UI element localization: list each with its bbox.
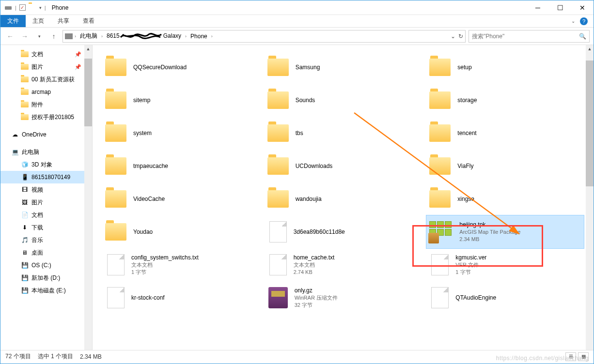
file-size: 32 字节 xyxy=(295,302,338,309)
tab-file[interactable]: 文件 xyxy=(0,15,26,27)
chevron-right-icon[interactable]: › xyxy=(185,34,187,39)
file-item[interactable]: tmpaeucache xyxy=(102,150,260,182)
file-item[interactable]: config_system_switchs.txt文本文档1 字节 xyxy=(102,248,260,281)
scrollbar-thumb[interactable] xyxy=(586,61,594,186)
sidebar-item[interactable]: 💾新加卷 (D:) xyxy=(0,272,92,284)
file-item[interactable]: QQSecureDownload xyxy=(102,51,260,84)
folder-icon xyxy=(21,76,29,83)
sidebar-item[interactable]: 文档📌 xyxy=(0,48,92,61)
file-size: 1 字节 xyxy=(131,269,199,276)
file-name: VideoCache xyxy=(133,195,165,203)
sidebar-scrollbar[interactable]: ▲ xyxy=(84,45,92,350)
chevron-right-icon[interactable]: › xyxy=(101,34,103,39)
maximize-button[interactable]: ☐ xyxy=(549,0,571,15)
file-item[interactable]: only.gzWinRAR 压缩文件32 字节 xyxy=(265,281,422,314)
file-type: WinRAR 压缩文件 xyxy=(295,294,338,302)
file-name: tbs xyxy=(296,129,303,137)
sidebar-item[interactable]: 💾OS (C:) xyxy=(0,259,92,272)
file-name: QTAudioEngine xyxy=(455,294,496,302)
search-input[interactable] xyxy=(472,33,579,40)
sidebar-item[interactable]: 📄文档 xyxy=(0,209,92,221)
address-bar[interactable]: › 此电脑 › 8615Galaxy › Phone › ⌄ ↻ xyxy=(63,30,466,43)
dropdown-icon[interactable]: ⌄ xyxy=(451,33,455,40)
checkbox-icon[interactable]: ✓ xyxy=(19,4,26,11)
sidebar-item[interactable]: 授权手册201805 xyxy=(0,111,92,123)
files-scrollbar[interactable]: ▲ xyxy=(586,45,594,350)
scroll-up-icon[interactable]: ▲ xyxy=(84,45,92,53)
sidebar-item[interactable]: 00 新员工资源获 xyxy=(0,73,92,86)
item-icon: ⬇ xyxy=(21,224,29,231)
sidebar-item[interactable]: 📱861518070149 xyxy=(0,171,92,183)
folder-icon xyxy=(429,91,451,109)
file-item[interactable]: kr-stock-conf xyxy=(102,281,260,314)
file-name: Samsung xyxy=(296,63,320,71)
status-item-count: 72 个项目 xyxy=(5,352,31,361)
sidebar-thispc[interactable]: 💻此电脑 xyxy=(0,146,92,158)
up-button[interactable]: ↑ xyxy=(48,30,60,42)
pin-icon: 📌 xyxy=(75,51,81,58)
minimize-button[interactable]: ─ xyxy=(527,0,549,15)
tab-home[interactable]: 主页 xyxy=(26,15,51,27)
item-icon: 🧊 xyxy=(21,161,29,168)
ribbon-collapse-icon[interactable]: ⌄ xyxy=(571,18,575,24)
folder-icon xyxy=(105,223,126,241)
sidebar-item[interactable]: 🧊3D 对象 xyxy=(0,158,92,171)
breadcrumb-thispc[interactable]: 此电脑 xyxy=(78,32,99,40)
sidebar-item[interactable]: arcmap xyxy=(0,86,92,98)
folder-icon xyxy=(21,88,29,96)
file-item[interactable]: Samsung xyxy=(265,51,422,84)
sidebar-item[interactable]: 💾本地磁盘 (E:) xyxy=(0,284,92,297)
file-item[interactable]: setup xyxy=(426,51,584,84)
folder-icon xyxy=(105,91,126,109)
help-icon[interactable]: ? xyxy=(580,17,588,25)
svg-line-1 xyxy=(354,113,519,234)
sidebar-item[interactable]: 🎵音乐 xyxy=(0,234,92,246)
forward-button[interactable]: → xyxy=(19,30,31,42)
scroll-up-icon[interactable]: ▲ xyxy=(586,45,594,53)
folder-icon xyxy=(105,59,126,76)
file-item[interactable]: sitemp xyxy=(102,84,260,117)
file-item[interactable]: VideoCache xyxy=(102,182,260,215)
scrollbar-thumb[interactable] xyxy=(84,59,92,126)
file-item[interactable]: QTAudioEngine xyxy=(426,281,584,314)
tab-share[interactable]: 共享 xyxy=(51,15,76,27)
annotation-highlight-box xyxy=(412,225,543,267)
sidebar-item[interactable]: 图片📌 xyxy=(0,61,92,73)
navbar: ← → ▾ ↑ › 此电脑 › 8615Galaxy › Phone › ⌄ ↻… xyxy=(0,28,594,45)
folder-icon xyxy=(267,190,289,208)
search-icon[interactable]: 🔍 xyxy=(579,33,586,40)
titlebar: | ✓ ▾ | Phone ─ ☐ ✕ xyxy=(0,0,594,15)
file-name: tmpaeucache xyxy=(133,162,168,170)
dropdown-icon[interactable]: ▾ xyxy=(39,5,42,10)
item-icon: 🎞 xyxy=(21,186,29,194)
tab-view[interactable]: 查看 xyxy=(76,15,101,27)
sidebar-item[interactable]: 🖥桌面 xyxy=(0,246,92,259)
refresh-icon[interactable]: ↻ xyxy=(458,33,463,40)
file-name: system xyxy=(133,129,152,137)
sidebar-item[interactable]: 附件 xyxy=(0,98,92,111)
file-item[interactable]: home_cache.txt文本文档2.74 KB xyxy=(265,248,422,281)
sidebar-item[interactable]: 🎞视频 xyxy=(0,183,92,196)
sidebar-item[interactable]: 🖼图片 xyxy=(0,196,92,209)
annotation-arrow xyxy=(349,108,533,243)
breadcrumb-device[interactable]: 8615Galaxy xyxy=(105,31,183,41)
file-item[interactable]: system xyxy=(102,117,260,150)
item-icon: 📱 xyxy=(21,173,29,181)
chevron-right-icon[interactable]: › xyxy=(211,34,213,39)
window-title: Phone xyxy=(52,4,69,11)
folder-icon xyxy=(21,113,29,121)
back-button[interactable]: ← xyxy=(4,30,16,42)
file-item[interactable]: Youdao xyxy=(102,215,260,248)
sidebar-item[interactable]: ⬇下载 xyxy=(0,221,92,234)
folder-icon xyxy=(105,157,126,175)
recent-dropdown[interactable]: ▾ xyxy=(33,30,45,42)
chevron-right-icon[interactable]: › xyxy=(75,34,76,39)
close-button[interactable]: ✕ xyxy=(571,0,594,15)
search-box[interactable]: 🔍 xyxy=(469,30,590,43)
breadcrumb-phone[interactable]: Phone xyxy=(188,33,209,40)
item-icon: 📄 xyxy=(21,211,29,219)
separator: | xyxy=(15,5,16,11)
file-name: QQSecureDownload xyxy=(133,63,187,71)
pc-icon: 💻 xyxy=(11,148,19,156)
sidebar-onedrive[interactable]: ☁OneDrive xyxy=(0,128,92,141)
